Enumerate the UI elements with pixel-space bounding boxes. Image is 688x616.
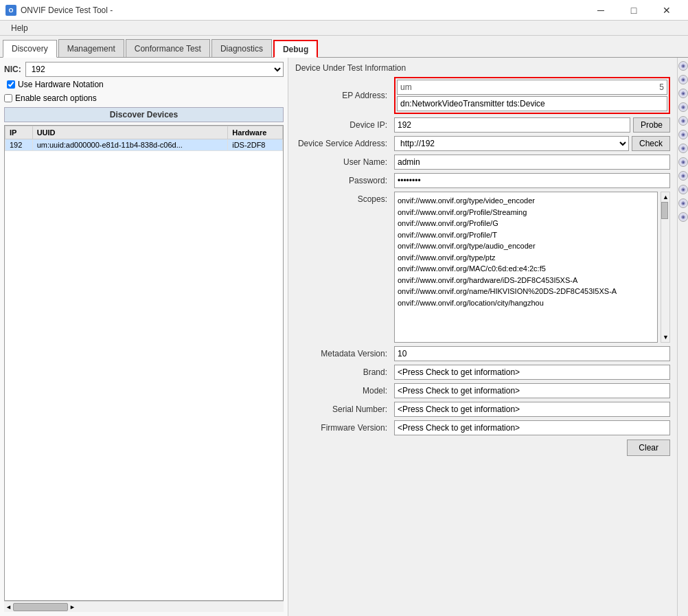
hardware-notation-label: Use Hardware Notation <box>18 80 104 89</box>
clear-button[interactable]: Clear <box>627 440 670 456</box>
scopes-scroll-thumb[interactable] <box>661 202 668 219</box>
side-icon-9[interactable]: ◉ <box>678 171 688 181</box>
scopes-scroll-up[interactable]: ▲ <box>661 192 669 202</box>
nic-dropdown[interactable]: 192 <box>25 62 284 77</box>
side-icon-2[interactable]: ◉ <box>678 75 688 84</box>
col-uuid: UUID <box>32 126 228 139</box>
model-value: <Press Check to get information> <box>394 383 670 398</box>
username-input[interactable] <box>394 155 670 170</box>
device-ip-input[interactable] <box>394 117 630 133</box>
serial-number-row: Serial Number: <Press Check to get infor… <box>295 402 670 417</box>
tab-diagnostics[interactable]: Diagnostics <box>211 39 272 57</box>
side-icon-10[interactable]: ◉ <box>678 185 688 194</box>
app-title: ONVIF Device Test Tool - <box>21 5 113 15</box>
tab-management[interactable]: Management <box>58 39 124 57</box>
scopes-label: Scopes: <box>295 194 391 204</box>
scroll-thumb[interactable] <box>13 603 68 611</box>
firmware-version-label: Firmware Version: <box>295 423 391 433</box>
scopes-row: Scopes: onvif://www.onvif.org/type/video… <box>295 192 670 343</box>
type-value: dn:NetworkVideoTransmitter tds:Device <box>397 96 667 111</box>
nic-row: NIC: 192 <box>4 62 284 77</box>
enable-search-row: Enable search options <box>4 93 284 103</box>
scroll-right-arrow[interactable]: ► <box>69 604 76 611</box>
scopes-scrollbar[interactable]: ▲ ▼ <box>661 192 670 343</box>
title-bar: O ONVIF Device Test Tool - ─ □ ✕ <box>0 0 688 21</box>
model-label: Model: <box>295 386 391 396</box>
side-icon-4[interactable]: ◉ <box>678 102 688 112</box>
tab-debug[interactable]: Debug <box>273 40 318 58</box>
serial-number-value: <Press Check to get information> <box>394 402 670 417</box>
left-panel: NIC: 192 Use Hardware Notation Enable se… <box>0 58 288 616</box>
ep-type-highlight-box: um 5 dn:NetworkVideoTransmitter tds:Devi… <box>394 77 670 114</box>
password-label: Password: <box>295 176 391 185</box>
scopes-scroll-track <box>661 202 669 332</box>
side-icon-1[interactable]: ◉ <box>678 61 688 71</box>
menu-bar: Help <box>0 21 688 36</box>
device-ip-row: Device IP: Probe <box>295 117 670 133</box>
cell-uuid: um:uuid:ad000000-e81d-11b4-838d-c06d... <box>32 139 228 151</box>
cell-hardware: iDS-2DF8 <box>228 139 283 151</box>
col-ip: IP <box>5 126 33 139</box>
ep-address-label: EP Address: <box>295 91 391 100</box>
side-icon-6[interactable]: ◉ <box>678 130 688 139</box>
device-table: IP UUID Hardware 192 um:uuid:ad000000-e8… <box>5 126 283 151</box>
tab-bar: Discovery Management Conformance Test Di… <box>0 36 688 58</box>
scopes-scroll-down[interactable]: ▼ <box>661 332 669 342</box>
probe-button[interactable]: Probe <box>633 117 670 133</box>
device-service-address-row: Device Service Address: http://192 Check <box>295 136 670 151</box>
app-icon: O <box>5 5 16 16</box>
minimize-button[interactable]: ─ <box>585 3 617 18</box>
tab-conformance[interactable]: Conformance Test <box>126 39 210 57</box>
device-ip-label: Device IP: <box>295 120 391 130</box>
ep-address-row: EP Address: um 5 dn:NetworkVideoTransmit… <box>295 77 670 114</box>
side-icon-5[interactable]: ◉ <box>678 116 688 126</box>
window-controls: ─ □ ✕ <box>585 3 683 18</box>
side-icon-3[interactable]: ◉ <box>678 89 688 98</box>
scopes-textarea[interactable]: onvif://www.onvif.org/type/video_encoder… <box>394 192 658 343</box>
metadata-version-label: Metadata Version: <box>295 349 391 358</box>
brand-value: <Press Check to get information> <box>394 365 670 380</box>
main-content: NIC: 192 Use Hardware Notation Enable se… <box>0 58 688 616</box>
cell-ip: 192 <box>5 139 33 151</box>
metadata-version-value: 10 <box>394 346 670 361</box>
device-table-container[interactable]: IP UUID Hardware 192 um:uuid:ad000000-e8… <box>4 125 284 601</box>
side-icon-7[interactable]: ◉ <box>678 144 688 153</box>
discover-devices-header: Discover Devices <box>4 107 284 122</box>
horizontal-scrollbar[interactable]: ◄ ► <box>4 601 284 612</box>
firmware-version-row: Firmware Version: <Press Check to get in… <box>295 420 670 435</box>
enable-search-label: Enable search options <box>15 93 97 103</box>
side-icon-12[interactable]: ◉ <box>678 212 688 222</box>
password-input[interactable] <box>394 173 670 188</box>
maximize-button[interactable]: □ <box>618 3 650 18</box>
section-title: Device Under Test Information <box>295 63 670 73</box>
tab-discovery[interactable]: Discovery <box>3 40 57 58</box>
right-side-panel: ◉ ◉ ◉ ◉ ◉ ◉ ◉ ◉ ◉ ◉ ◉ ◉ <box>677 58 688 616</box>
col-hardware: Hardware <box>228 126 283 139</box>
model-row: Model: <Press Check to get information> <box>295 383 670 398</box>
serial-number-label: Serial Number: <box>295 404 391 414</box>
metadata-version-row: Metadata Version: 10 <box>295 346 670 361</box>
username-label: User Name: <box>295 157 391 167</box>
nic-label: NIC: <box>4 65 21 74</box>
bottom-btn-row: Clear <box>295 440 670 456</box>
brand-label: Brand: <box>295 367 391 377</box>
hardware-notation-row: Use Hardware Notation <box>4 80 284 89</box>
brand-row: Brand: <Press Check to get information> <box>295 365 670 380</box>
menu-help[interactable]: Help <box>5 22 34 34</box>
scroll-left-arrow[interactable]: ◄ <box>5 604 12 611</box>
side-icon-8[interactable]: ◉ <box>678 157 688 167</box>
hardware-notation-checkbox[interactable] <box>7 80 15 89</box>
enable-search-checkbox[interactable] <box>4 94 12 102</box>
device-service-select[interactable]: http://192 <box>394 136 629 151</box>
right-panel: Device Under Test Information EP Address… <box>288 58 677 616</box>
ep-address-value: um 5 <box>397 80 667 95</box>
side-icon-11[interactable]: ◉ <box>678 198 688 208</box>
username-row: User Name: <box>295 155 670 170</box>
password-row: Password: <box>295 173 670 188</box>
device-service-address-label: Device Service Address: <box>295 139 391 148</box>
firmware-version-value: <Press Check to get information> <box>394 420 670 435</box>
close-button[interactable]: ✕ <box>651 3 683 18</box>
table-row[interactable]: 192 um:uuid:ad000000-e81d-11b4-838d-c06d… <box>5 139 283 151</box>
check-button[interactable]: Check <box>632 136 670 151</box>
